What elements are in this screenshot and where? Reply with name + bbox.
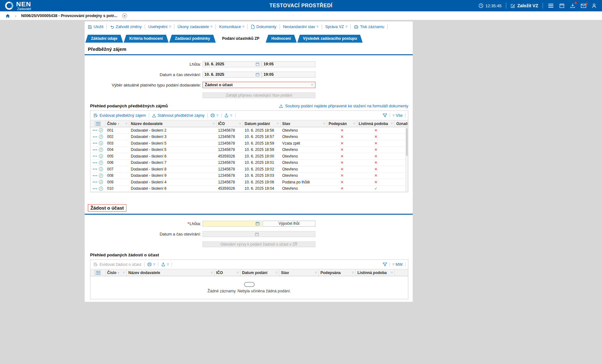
- tab-zadavaci-podminky[interactable]: Zadávací podmínky: [169, 35, 216, 43]
- otevirani-time-input[interactable]: 19:05: [262, 72, 315, 78]
- column-header-oznaceni[interactable]: Označe: [395, 120, 408, 127]
- column-header-cislo[interactable]: Číslo ↑ ▽: [106, 120, 129, 127]
- filter-chevron-icon[interactable]: ▽: [125, 122, 127, 125]
- filter-chevron-icon[interactable]: ▽: [122, 271, 125, 274]
- tab-podani-ucastniku-zp[interactable]: Podání účastníků ZP: [216, 35, 265, 43]
- row-info-icon[interactable]: i: [99, 161, 103, 165]
- save-button[interactable]: Uložit: [88, 24, 107, 29]
- otevirani-date-input[interactable]: 10. 6. 2025: [203, 72, 261, 78]
- column-header-nazev[interactable]: Název dodavatele▽: [127, 269, 215, 276]
- calendar-icon[interactable]: [256, 222, 259, 225]
- filter-chevron-icon[interactable]: ▽: [236, 271, 239, 274]
- row-info-icon[interactable]: i: [99, 135, 103, 139]
- column-header-nazev[interactable]: Název dodavatele▽: [129, 120, 216, 127]
- filter-funnel-icon[interactable]: [383, 262, 387, 266]
- odeslani-vyzvy-button[interactable]: Odeslání výzvy k podání žádostí o účast …: [203, 242, 315, 247]
- filter-chevron-icon[interactable]: ▽: [390, 122, 393, 125]
- download-hint-link[interactable]: Soubory podání najdete připravené ke sta…: [279, 104, 408, 108]
- column-header-listinna[interactable]: Listinná podoba▽: [357, 120, 395, 127]
- filter-chevron-icon[interactable]: ▽: [314, 271, 317, 274]
- evidovat-zajem-button[interactable]: Evidovat předběžný zájem: [93, 113, 149, 118]
- row-info-icon[interactable]: i: [99, 148, 103, 152]
- row-info-icon[interactable]: i: [99, 187, 103, 191]
- ukony-zadavatele-menu[interactable]: Úkony zadavatele▽: [174, 24, 216, 29]
- home-icon[interactable]: [5, 14, 10, 18]
- mail-icon[interactable]: [580, 4, 587, 8]
- filter-chevron-icon[interactable]: ▽: [275, 271, 277, 274]
- row-info-icon[interactable]: i: [99, 141, 103, 145]
- filter-chevron-icon[interactable]: ▽: [352, 122, 355, 125]
- column-settings-icon[interactable]: [95, 270, 101, 275]
- download-icon[interactable]: [569, 3, 576, 8]
- table-row[interactable]: i007Dodavatel - školení 81234567810. 6. …: [90, 166, 408, 173]
- filter-chevron-icon[interactable]: ▽: [210, 271, 213, 274]
- row-info-icon[interactable]: i: [99, 167, 103, 171]
- column-header-podepsana[interactable]: Podepsána▽: [319, 269, 356, 276]
- column-header-cislo[interactable]: Číslo ↑ ▽: [106, 269, 127, 276]
- row-info-icon[interactable]: i: [99, 180, 103, 184]
- tab-kriteria-hodnoceni[interactable]: Kritéria hodnocení: [124, 35, 168, 43]
- filter-chevron-icon[interactable]: ▽: [276, 122, 279, 125]
- row-menu-icon[interactable]: [93, 175, 97, 176]
- table-row[interactable]: i003Dodavatel - školení 51234567810. 6. …: [90, 140, 408, 147]
- table-row[interactable]: i010Dodavatel - školení 64535932610. 6. …: [90, 186, 408, 192]
- export-table-button[interactable]: ▽: [222, 113, 235, 117]
- dokumenty-button[interactable]: Dokumenty: [248, 24, 280, 29]
- filter-chevron-icon[interactable]: ▽: [322, 122, 325, 125]
- row-menu-icon[interactable]: [93, 143, 97, 144]
- filter-funnel-icon[interactable]: [383, 113, 387, 117]
- zadost-lhuta-input[interactable]: [203, 221, 261, 227]
- tab-hodnoceni[interactable]: Hodnocení: [266, 35, 297, 43]
- row-info-icon[interactable]: i: [99, 174, 103, 178]
- export-table-button[interactable]: ▽: [158, 262, 172, 266]
- tab-vysledek-zadavaciho-postupu[interactable]: Výsledek zadávacího postupu: [297, 35, 363, 43]
- view-selector[interactable]: ▽ MW: [392, 262, 403, 267]
- column-settings-icon[interactable]: [95, 121, 101, 126]
- column-header-stav[interactable]: Stav▽: [281, 120, 327, 127]
- lhuta-time-input[interactable]: 19:05: [262, 61, 315, 67]
- typ-podani-select[interactable]: Žádost o účast ▽: [203, 82, 315, 88]
- stahnout-zajmy-button[interactable]: Stáhnout předběžné zájmy: [149, 113, 208, 118]
- scrollbar-thumb[interactable]: [406, 128, 408, 156]
- zahajit-fazi-button[interactable]: Zahájit přípravu následující fáze podání: [203, 92, 315, 98]
- sprava-vz-menu[interactable]: Správa VZ▽: [322, 24, 351, 29]
- vypocet-lhut-button[interactable]: Výpočet lhůt: [263, 221, 315, 227]
- create-vz-button[interactable]: Založit VZ: [511, 3, 538, 8]
- row-menu-icon[interactable]: [93, 136, 97, 137]
- column-header-listinna[interactable]: Listinná podoba▽: [356, 269, 395, 276]
- breadcrumb[interactable]: N006/25/V00005438 - Provozování prodejny…: [21, 14, 117, 18]
- column-header-datum[interactable]: Datum podání▽: [240, 269, 279, 276]
- calendar-icon[interactable]: [256, 73, 259, 76]
- print-table-button[interactable]: ▽: [144, 262, 158, 266]
- column-header-ico[interactable]: IČO▽: [215, 269, 240, 276]
- table-row[interactable]: i005Dodavatel - školení 64535932610. 6. …: [90, 153, 408, 160]
- row-info-icon[interactable]: i: [99, 154, 103, 158]
- row-menu-icon[interactable]: [93, 188, 97, 189]
- discard-changes-button[interactable]: Zahodit změny: [107, 24, 145, 29]
- column-header-datum[interactable]: Datum podání▽: [243, 120, 281, 127]
- table-row[interactable]: i006Dodavatel - školení 71234567810. 6. …: [90, 160, 408, 166]
- filter-chevron-icon[interactable]: ▽: [390, 271, 393, 274]
- table-row[interactable]: i001Dodavatel - školení 21234567810. 6. …: [90, 127, 408, 134]
- table-row[interactable]: i008Dodavatel - školení 91234567810. 6. …: [90, 173, 408, 179]
- filter-chevron-icon[interactable]: ▽: [238, 122, 241, 125]
- view-selector[interactable]: ▽ Vše: [392, 113, 403, 118]
- column-header-stav[interactable]: Stav▽: [279, 269, 319, 276]
- row-info-icon[interactable]: i: [99, 128, 103, 132]
- tab-zakladni-udaje[interactable]: Základní údaje: [85, 35, 123, 43]
- row-menu-icon[interactable]: [93, 130, 97, 131]
- row-menu-icon[interactable]: [93, 169, 97, 170]
- table-row[interactable]: i004Dodavatel - školení 51234567810. 6. …: [90, 147, 408, 153]
- close-icon[interactable]: ✕: [122, 13, 127, 18]
- row-menu-icon[interactable]: [93, 156, 97, 157]
- calendar-icon[interactable]: [559, 3, 565, 8]
- table-row[interactable]: i002Dodavatel - školení 31234567810. 6. …: [90, 134, 408, 140]
- column-header-ico[interactable]: IČO▽: [216, 120, 243, 127]
- menu-icon[interactable]: [547, 3, 554, 8]
- tisk-zaznamu-button[interactable]: Tisk záznamu: [351, 24, 388, 29]
- nestandardni-stav-menu[interactable]: Nestandardní stav▽: [280, 24, 322, 29]
- table-row[interactable]: i009Dodavatel - školení 41234567810. 6. …: [90, 179, 408, 186]
- nen-logo[interactable]: NEN Zadavatel: [4, 1, 31, 11]
- row-menu-icon[interactable]: [93, 149, 97, 150]
- zadost-otevirani-input[interactable]: [203, 231, 315, 237]
